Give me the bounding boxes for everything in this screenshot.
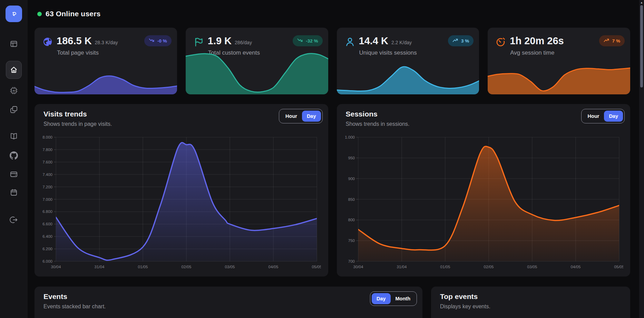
svg-text:04/05: 04/05 (269, 265, 279, 269)
events-card: Events Events stacked bar chart. Day Mon… (35, 287, 422, 318)
scrollbar-track[interactable]: ▲ (639, 0, 644, 318)
toggle-day-button[interactable]: Day (372, 293, 391, 304)
sparkline-chart (488, 66, 630, 94)
toggle-day-button[interactable]: Day (604, 111, 623, 122)
svg-text:8.000: 8.000 (42, 135, 52, 139)
ai-chip-icon: AI (10, 86, 18, 95)
toggle-hour-button[interactable]: Hour (583, 111, 604, 122)
svg-text:31/04: 31/04 (397, 265, 407, 269)
logout-icon (10, 216, 18, 224)
trend-down-icon (149, 38, 155, 44)
github-icon (10, 151, 18, 160)
stat-label: Avg session time (510, 49, 554, 56)
user-icon (344, 36, 355, 47)
svg-text:7.800: 7.800 (42, 148, 52, 152)
sparkline-chart (337, 64, 479, 94)
stat-label: Unique visits sessions (359, 49, 417, 56)
stat-card-unique-visits-sessions: 14.4 K2.2 K/day Unique visits sessions 3… (337, 28, 479, 94)
stat-rate: 28.3 K/day (95, 40, 118, 45)
toggle-hour-button[interactable]: Hour (281, 111, 302, 122)
top-events-title: Top events (440, 292, 478, 301)
svg-text:6.600: 6.600 (42, 222, 52, 226)
home-icon (10, 66, 18, 74)
svg-text:900: 900 (348, 177, 354, 181)
svg-text:6.200: 6.200 (42, 247, 52, 251)
sidebar-item-wallet[interactable] (8, 169, 19, 180)
trend-up-icon (452, 38, 458, 44)
flag-icon (193, 36, 204, 47)
stat-cards-row: 186.5 K28.3 K/day Total page visits -0 %… (35, 28, 630, 94)
online-users-header: 63 Online users (37, 10, 100, 18)
events-subtitle: Events stacked bar chart. (43, 303, 106, 310)
stat-card-total-custom-events: 1.9 K286/day Total custom events -32 % (186, 28, 328, 94)
trend-up-icon (604, 38, 609, 44)
stat-rate: 286/day (235, 40, 252, 45)
svg-text:02/05: 02/05 (182, 265, 192, 269)
svg-text:02/05: 02/05 (484, 265, 494, 269)
calendar-icon (10, 188, 18, 197)
svg-text:700: 700 (348, 259, 354, 263)
sidebar-item-calendar[interactable] (8, 187, 19, 198)
visits-trends-chart[interactable]: 8.0007.8007.6007.4007.2007.0006.8006.600… (35, 134, 321, 270)
svg-text:850: 850 (348, 197, 354, 202)
logo-curve-icon (9, 8, 19, 19)
sessions-card: Sessions Shows trends in sessions. Hour … (337, 104, 631, 277)
visits-trends-card: Visits trends Shows trends in page visit… (35, 104, 328, 277)
timer-icon (495, 36, 506, 47)
sidebar-item-panels[interactable] (8, 38, 19, 49)
sidebar-item-github[interactable] (8, 150, 19, 161)
top-events-card: Top events Displays key events. (431, 287, 630, 318)
hour-day-toggle: Hour Day (581, 109, 625, 123)
svg-text:7.200: 7.200 (42, 185, 52, 189)
svg-text:AI: AI (12, 89, 15, 92)
svg-text:7.600: 7.600 (42, 160, 52, 164)
sessions-chart[interactable]: 1.00095090085080075070030/0431/0401/0502… (338, 134, 623, 270)
day-month-toggle: Day Month (370, 291, 417, 306)
visits-trends-title: Visits trends (43, 110, 87, 118)
stat-value: 1h 20m 26s (510, 35, 564, 47)
svg-text:7.000: 7.000 (42, 197, 52, 202)
sidebar-item-docs[interactable] (8, 131, 19, 142)
svg-text:800: 800 (348, 218, 354, 222)
svg-text:6.400: 6.400 (42, 234, 52, 238)
visits-trends-subtitle: Shows trends in page visits. (43, 121, 112, 127)
toggle-day-button[interactable]: Day (302, 111, 321, 122)
hour-day-toggle: Hour Day (279, 109, 322, 123)
svg-text:1.000: 1.000 (345, 135, 355, 139)
app-logo[interactable] (6, 6, 22, 22)
charts-row: Visits trends Shows trends in page visit… (35, 104, 630, 277)
stat-label: Total page visits (57, 49, 99, 56)
sidebar-item-logout[interactable] (8, 214, 19, 225)
svg-text:950: 950 (348, 156, 354, 160)
svg-text:30/04: 30/04 (51, 265, 61, 269)
online-status-dot (37, 12, 42, 16)
scrollbar-up-arrow[interactable]: ▲ (639, 1, 644, 4)
events-title: Events (43, 292, 67, 301)
trend-down-icon (297, 38, 303, 44)
trend-badge: -32 % (293, 35, 322, 46)
sessions-subtitle: Shows trends in sessions. (346, 121, 410, 127)
svg-text:7.400: 7.400 (42, 172, 52, 177)
svg-text:6.000: 6.000 (42, 259, 52, 263)
sidebar-item-home[interactable] (6, 61, 22, 79)
bottom-row: Events Events stacked bar chart. Day Mon… (35, 287, 630, 318)
sidebar-item-pages[interactable] (8, 104, 19, 115)
svg-text:05/05: 05/05 (312, 265, 321, 269)
svg-text:05/05: 05/05 (614, 265, 623, 269)
svg-text:750: 750 (348, 238, 354, 243)
book-icon (10, 132, 18, 140)
scrollbar-thumb[interactable] (640, 5, 643, 87)
toggle-month-button[interactable]: Month (391, 293, 415, 304)
stat-card-avg-session-time: 1h 20m 26s Avg session time 7 % (488, 28, 630, 94)
copy-icon (10, 105, 18, 114)
svg-text:6.800: 6.800 (42, 209, 52, 214)
trend-badge: -0 % (144, 35, 172, 46)
sidebar-item-ai[interactable]: AI (8, 85, 19, 96)
sparkline-chart (186, 51, 328, 94)
top-events-subtitle: Displays key events. (440, 303, 490, 310)
trend-badge: 3 % (448, 35, 474, 46)
stat-value: 14.4 K (359, 35, 388, 47)
main-content: 63 Online users 186.5 K28.3 K/day Total … (28, 0, 639, 318)
svg-text:04/05: 04/05 (570, 265, 580, 269)
stat-rate: 2.2 K/day (391, 40, 412, 45)
